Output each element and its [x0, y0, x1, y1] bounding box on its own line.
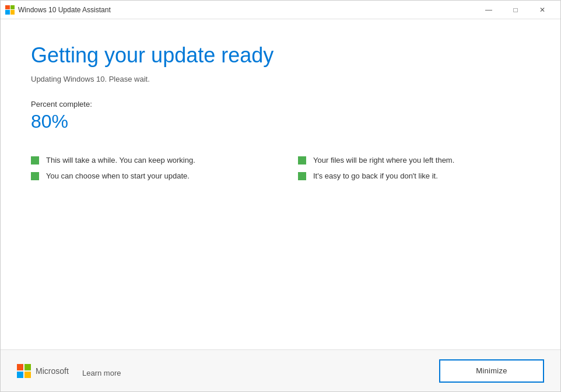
title-bar: Windows 10 Update Assistant — □ ✕ [1, 1, 560, 19]
close-window-button[interactable]: ✕ [529, 1, 556, 19]
minimize-window-button[interactable]: — [475, 1, 502, 19]
footer-bar: Microsoft Learn more Minimize [1, 349, 560, 391]
microsoft-logo: Microsoft [17, 364, 69, 378]
list-item: You can choose when to start your update… [31, 172, 263, 180]
microsoft-logo-icon [17, 364, 31, 378]
maximize-window-button[interactable]: □ [502, 1, 529, 19]
percent-label: Percent complete: [31, 100, 530, 108]
app-window: Windows 10 Update Assistant — □ ✕ Gettin… [0, 0, 561, 392]
subtitle-text: Updating Windows 10. Please wait. [31, 75, 530, 83]
learn-more-link[interactable]: Learn more [82, 369, 121, 377]
info-text-3: Your files will be right where you left … [313, 156, 454, 164]
percent-value: 80% [31, 111, 530, 132]
footer-actions: Minimize [439, 359, 544, 383]
microsoft-label: Microsoft [36, 366, 69, 376]
list-item: It's easy to go back if you don't like i… [298, 172, 530, 180]
info-text-1: This will take a while. You can keep wor… [46, 156, 195, 164]
bullet-icon [31, 156, 39, 164]
main-content: Getting your update ready Updating Windo… [1, 19, 560, 349]
list-item: This will take a while. You can keep wor… [31, 156, 263, 164]
bullet-icon [298, 172, 306, 180]
list-item: Your files will be right where you left … [298, 156, 530, 164]
bullet-icon [31, 172, 39, 180]
info-text-4: It's easy to go back if you don't like i… [313, 172, 438, 180]
bullet-icon [298, 156, 306, 164]
window-controls: — □ ✕ [475, 1, 556, 19]
app-icon [5, 5, 15, 15]
minimize-button[interactable]: Minimize [439, 359, 544, 383]
info-text-2: You can choose when to start your update… [46, 172, 190, 180]
window-title: Windows 10 Update Assistant [18, 6, 475, 14]
info-grid: This will take a while. You can keep wor… [31, 156, 530, 180]
page-title: Getting your update ready [31, 43, 530, 68]
